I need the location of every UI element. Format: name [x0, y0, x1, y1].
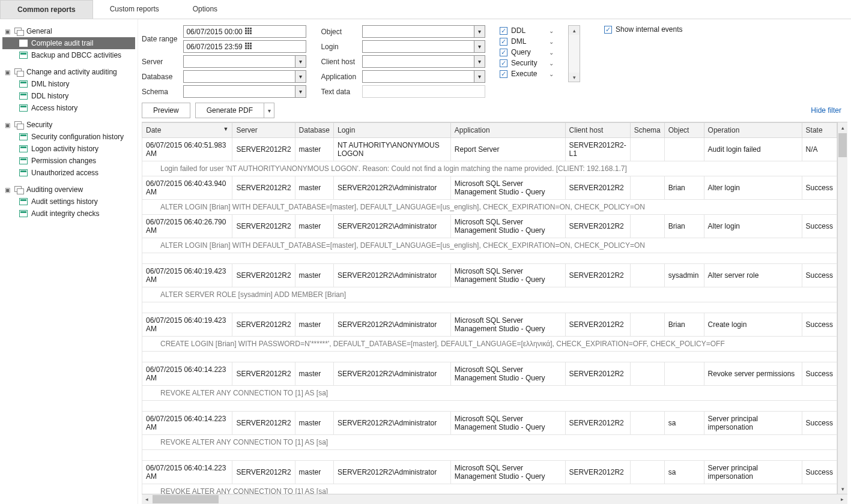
table-row[interactable]: 06/07/2015 06:40:19.423 AMSERVER2012R2ma… [142, 313, 837, 337]
tree-item-dml-history[interactable]: DML history [2, 78, 135, 90]
table-row[interactable]: 06/07/2015 06:40:26.790 AMSERVER2012R2ma… [142, 215, 837, 238]
col-header-schema[interactable]: Schema [630, 123, 664, 138]
report-icon [19, 40, 28, 47]
label-object: Object [321, 28, 356, 36]
check-security[interactable] [500, 59, 507, 67]
tree-item-backup-and-dbcc-activities[interactable]: Backup and DBCC activities [2, 49, 135, 61]
database-combo[interactable] [183, 70, 306, 83]
table-row[interactable]: 06/07/2015 06:40:14.223 AMSERVER2012R2ma… [142, 412, 837, 435]
chevron-down-icon[interactable]: ⌄ [549, 28, 554, 34]
report-icon [19, 198, 28, 205]
vertical-scrollbar[interactable]: ▴▾ [837, 122, 847, 494]
col-header-object[interactable]: Object [664, 123, 704, 138]
calendar-icon[interactable] [245, 28, 304, 36]
event-type-checks: DDL⌄DML⌄Query⌄Security⌄Execute⌄ [500, 25, 554, 78]
col-header-state[interactable]: State [802, 123, 837, 138]
col-header-date[interactable]: Date▼ [142, 123, 232, 138]
table-row-detail: REVOKE ALTER ANY CONNECTION TO [1] AS [s… [142, 484, 837, 494]
label-client-host: Client host [321, 58, 356, 66]
tab-options[interactable]: Options [176, 0, 234, 19]
folder-icon [14, 68, 23, 76]
tree-group-change-and-activity-auditing[interactable]: ▣Change and activity auditing [2, 66, 135, 78]
generate-pdf-dropdown[interactable]: ▾ [264, 103, 274, 118]
table-row-detail: REVOKE ALTER ANY CONNECTION TO [1] AS [s… [142, 435, 837, 450]
tree-item-audit-integrity-checks[interactable]: Audit integrity checks [2, 208, 135, 220]
text-data-input[interactable] [362, 85, 485, 98]
report-icon [19, 145, 28, 152]
dropdown-icon [295, 71, 306, 82]
horizontal-scrollbar[interactable]: ◂▸ [142, 494, 847, 504]
report-icon [19, 52, 28, 59]
chevron-down-icon[interactable]: ⌄ [549, 38, 554, 45]
date-from-input[interactable]: 06/07/2015 00:00 [183, 25, 306, 38]
client-host-combo[interactable] [362, 55, 485, 68]
report-icon [19, 104, 28, 112]
table-row[interactable]: 06/07/2015 06:40:51.983 AMSERVER2012R2ma… [142, 138, 837, 161]
chevron-down-icon[interactable]: ⌄ [549, 71, 554, 77]
label-schema: Schema [142, 88, 177, 96]
tree-item-security-configuration-history[interactable]: Security configuration history [2, 131, 135, 143]
tree-group-auditing-overview[interactable]: ▣Auditing overview [2, 184, 135, 196]
generate-pdf-button[interactable]: Generate PDF [195, 103, 264, 118]
dropdown-icon [474, 26, 485, 37]
show-internal-label: Show internal events [616, 25, 682, 34]
tree-item-complete-audit-trail[interactable]: Complete audit trail [2, 37, 135, 49]
tab-common-reports[interactable]: Common reports [0, 0, 93, 19]
report-icon [19, 157, 28, 164]
table-row-detail: ALTER SERVER ROLE [sysadmin] ADD MEMBER … [142, 287, 837, 302]
table-row[interactable]: 06/07/2015 06:40:43.940 AMSERVER2012R2ma… [142, 176, 837, 200]
label-database: Database [142, 73, 177, 81]
calendar-icon[interactable] [245, 43, 304, 51]
schema-combo[interactable] [183, 85, 306, 98]
col-header-application[interactable]: Application [450, 123, 565, 138]
table-row[interactable]: 06/07/2015 06:40:19.423 AMSERVER2012R2ma… [142, 264, 837, 287]
tree-item-access-history[interactable]: Access history [2, 102, 135, 114]
table-row[interactable]: 06/07/2015 06:40:14.223 AMSERVER2012R2ma… [142, 362, 837, 386]
tree-item-logon-activity-history[interactable]: Logon activity history [2, 143, 135, 155]
tree-item-unauthorized-access[interactable]: Unauthorized access [2, 167, 135, 179]
chevron-down-icon[interactable]: ⌄ [549, 49, 554, 56]
report-icon [19, 133, 28, 140]
tab-custom-reports[interactable]: Custom reports [93, 0, 176, 19]
label-server: Server [142, 58, 177, 66]
table-row-detail: REVOKE ALTER ANY CONNECTION TO [1] AS [s… [142, 386, 837, 401]
login-combo[interactable] [362, 40, 485, 53]
dropdown-icon [295, 86, 306, 97]
table-row-detail: CREATE LOGIN [Brian] WITH PASSWORD=N'***… [142, 337, 837, 352]
dropdown-icon [295, 56, 306, 67]
hide-filter-link[interactable]: Hide filter [811, 106, 847, 115]
tree-item-permission-changes[interactable]: Permission changes [2, 155, 135, 167]
table-row[interactable]: 06/07/2015 06:40:14.223 AMSERVER2012R2ma… [142, 461, 837, 484]
tree-group-security[interactable]: ▣Security [2, 119, 135, 131]
check-execute[interactable] [500, 70, 507, 78]
col-header-login[interactable]: Login [333, 123, 450, 138]
col-header-database[interactable]: Database [295, 123, 333, 138]
col-header-operation[interactable]: Operation [704, 123, 802, 138]
server-combo[interactable] [183, 55, 306, 68]
sidebar: ▣GeneralComplete audit trailBackup and D… [0, 19, 138, 504]
check-dml[interactable] [500, 38, 507, 46]
table-row-detail: ALTER LOGIN [Brian] WITH DEFAULT_DATABAS… [142, 238, 837, 253]
date-to-input[interactable]: 06/07/2015 23:59 [183, 40, 306, 53]
folder-icon [14, 186, 23, 193]
object-combo[interactable] [362, 25, 485, 38]
dropdown-icon [474, 41, 485, 52]
folder-icon [14, 121, 23, 128]
checks-scrollbar[interactable]: ▴▾ [568, 25, 580, 82]
chevron-down-icon[interactable]: ⌄ [549, 60, 554, 67]
report-icon [19, 80, 28, 88]
check-ddl[interactable] [500, 27, 507, 35]
table-row-detail: Login failed for user 'NT AUTHORITY\ANON… [142, 161, 837, 176]
application-combo[interactable] [362, 70, 485, 83]
results-grid: Date▼ServerDatabaseLoginApplicationClien… [142, 122, 837, 494]
show-internal-checkbox[interactable] [604, 26, 612, 34]
col-header-server[interactable]: Server [232, 123, 295, 138]
check-query[interactable] [500, 49, 507, 56]
preview-button[interactable]: Preview [142, 103, 190, 118]
tree-group-general[interactable]: ▣General [2, 25, 135, 37]
label-login: Login [321, 43, 356, 51]
tree-item-audit-settings-history[interactable]: Audit settings history [2, 196, 135, 208]
col-header-client-host[interactable]: Client host [565, 123, 630, 138]
dropdown-icon [474, 56, 485, 67]
tree-item-ddl-history[interactable]: DDL history [2, 90, 135, 102]
